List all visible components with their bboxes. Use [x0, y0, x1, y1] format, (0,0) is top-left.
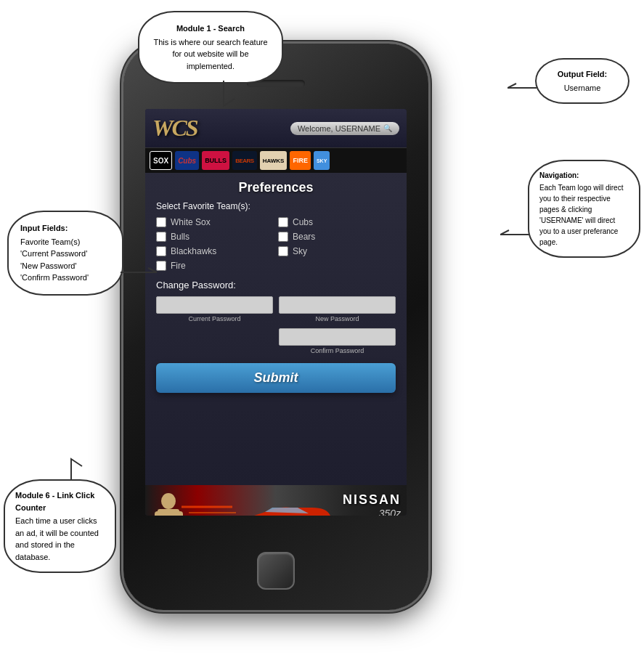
svg-point-0 — [161, 493, 176, 509]
bubble-search-arrow — [202, 81, 245, 111]
change-password-label: Change Password: — [156, 280, 396, 290]
checkbox-cubs-input[interactable] — [278, 217, 288, 227]
welcome-text: Welcome, USERNAME — [298, 124, 380, 133]
team-logo-fire[interactable]: FIRE — [290, 151, 311, 170]
checkbox-sky[interactable]: Sky — [278, 246, 396, 256]
svg-rect-2 — [155, 511, 163, 516]
bubble-module6-title: Module 6 - Link Click Counter — [15, 489, 105, 513]
current-password-label: Current Password — [156, 315, 273, 322]
team-logo-cubs[interactable]: Cubs — [175, 151, 199, 170]
team-logo-hawks[interactable]: HAWKS — [260, 151, 288, 170]
app-logo: WCS — [152, 115, 197, 142]
bubble-output-body: Username — [564, 84, 601, 92]
checkbox-bulls-input[interactable] — [156, 232, 166, 242]
confirm-row: Confirm Password — [156, 328, 396, 354]
confirm-password-label: Confirm Password — [279, 347, 396, 354]
bubble-output: Output Field: Username — [535, 58, 629, 104]
confirm-password-input[interactable] — [279, 328, 396, 346]
bubble-nav-arrow — [500, 227, 531, 242]
ad-speed-lines — [182, 492, 240, 516]
submit-button[interactable]: Submit — [156, 363, 396, 393]
preferences-title: Preferences — [156, 180, 396, 195]
phone-body: WCS Welcome, USERNAME 🔍 SOX Cubs BULLS B… — [123, 44, 428, 610]
bubble-input-title: Input Fields: — [20, 222, 110, 235]
ad-model-text: 350z — [343, 508, 401, 516]
confirm-password-field: Confirm Password — [279, 328, 396, 354]
checkbox-blackhawks[interactable]: Blackhawks — [156, 246, 274, 256]
new-password-input[interactable] — [279, 296, 396, 314]
checkbox-fire[interactable]: Fire — [156, 261, 274, 271]
select-team-label: Select Favorite Team(s): — [156, 201, 396, 211]
checkbox-white-sox-label: White Sox — [171, 217, 211, 227]
bubble-search-title: Module 1 - Search — [151, 23, 270, 35]
checkbox-cubs-label: Cubs — [293, 217, 313, 227]
bubble-nav-title: Navigation: — [539, 170, 629, 181]
new-password-field: New Password — [279, 296, 396, 322]
checkbox-bears[interactable]: Bears — [278, 232, 396, 242]
new-password-label: New Password — [279, 315, 396, 322]
bubble-nav: Navigation: Each Team logo will direct y… — [528, 160, 640, 258]
checkbox-bears-label: Bears — [293, 232, 315, 242]
team-logo-bulls[interactable]: BULLS — [202, 151, 229, 170]
bubble-input-arrow — [121, 265, 158, 280]
ad-brand-text: NISSAN — [343, 492, 401, 508]
checkbox-bears-input[interactable] — [278, 232, 288, 242]
teams-nav-bar: SOX Cubs BULLS BEARS HAWKS FIRE SKY — [145, 148, 407, 173]
team-checkboxes: White Sox Cubs Bulls Bears — [156, 217, 396, 271]
home-button[interactable] — [257, 552, 295, 590]
ad-brand-area: NISSAN 350z — [343, 492, 401, 516]
team-logo-bears[interactable]: BEARS — [232, 151, 257, 170]
ad-banner[interactable]: NISSAN 350z — [145, 485, 407, 516]
checkbox-blackhawks-input[interactable] — [156, 246, 166, 256]
checkbox-bulls[interactable]: Bulls — [156, 232, 274, 242]
phone-mockup: WCS Welcome, USERNAME 🔍 SOX Cubs BULLS B… — [123, 44, 428, 610]
phone-screen: WCS Welcome, USERNAME 🔍 SOX Cubs BULLS B… — [145, 109, 407, 516]
welcome-bar[interactable]: Welcome, USERNAME 🔍 — [290, 122, 399, 135]
team-logo-sox[interactable]: SOX — [150, 151, 172, 170]
ad-car — [240, 497, 334, 516]
checkbox-blackhawks-label: Blackhawks — [171, 246, 216, 256]
bubble-module6-arrow — [49, 455, 93, 482]
bubble-output-arrow — [508, 81, 538, 95]
bubble-search: Module 1 - Search This is where our sear… — [138, 11, 283, 84]
checkbox-bulls-label: Bulls — [171, 232, 189, 242]
bubble-output-title: Output Field: — [547, 68, 618, 81]
bubble-module6-body: Each time a user clicks an ad, it will b… — [15, 516, 99, 561]
bubble-module6: Module 6 - Link Click Counter Each time … — [4, 479, 116, 573]
checkbox-sky-label: Sky — [293, 246, 307, 256]
bubble-nav-body: Each Team logo will direct you to their … — [539, 184, 623, 246]
checkbox-fire-label: Fire — [171, 261, 186, 271]
bubble-search-body: This is where our search feature for out… — [153, 38, 267, 70]
team-logo-sky[interactable]: SKY — [314, 151, 330, 170]
bubble-input: Input Fields: Favorite Team(s) 'Current … — [7, 211, 123, 296]
password-fields: Current Password New Password — [156, 296, 396, 322]
checkbox-sky-input[interactable] — [278, 246, 288, 256]
current-password-input[interactable] — [156, 296, 273, 314]
search-icon: 🔍 — [383, 124, 392, 132]
current-password-field: Current Password — [156, 296, 273, 322]
checkbox-white-sox[interactable]: White Sox — [156, 217, 274, 227]
screen-content: Preferences Select Favorite Team(s): Whi… — [145, 173, 407, 485]
checkbox-white-sox-input[interactable] — [156, 217, 166, 227]
checkbox-cubs[interactable]: Cubs — [278, 217, 396, 227]
bubble-input-body: Favorite Team(s) 'Current Password' 'New… — [20, 236, 110, 284]
screen-header: WCS Welcome, USERNAME 🔍 — [145, 109, 407, 148]
